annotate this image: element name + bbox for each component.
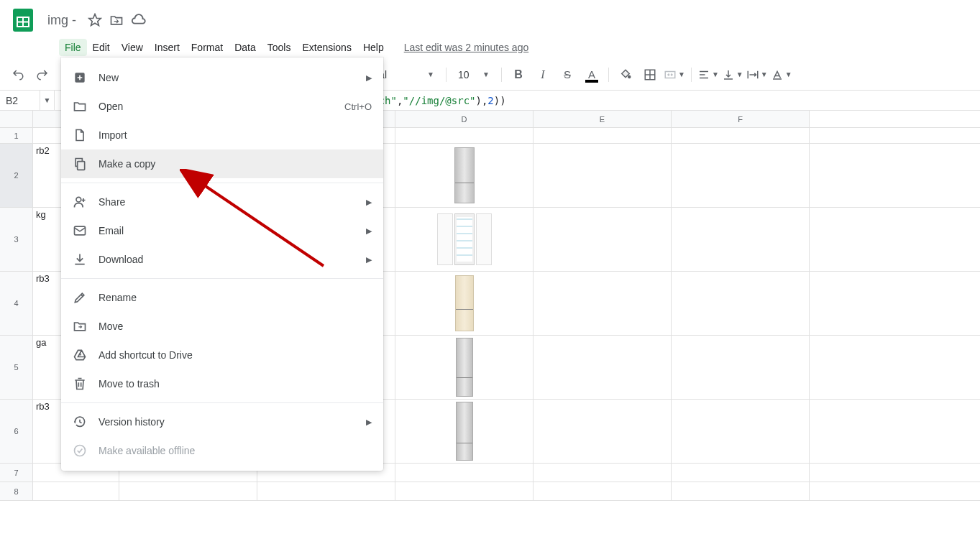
fill-color-button[interactable]: [615, 64, 636, 86]
text-color-button[interactable]: A: [581, 64, 603, 86]
cell-e5[interactable]: [533, 336, 672, 399]
bold-button[interactable]: B: [508, 64, 529, 86]
menu-rename[interactable]: Rename: [61, 283, 383, 312]
col-header-d[interactable]: D: [395, 111, 533, 127]
cell-d4[interactable]: [395, 272, 533, 335]
cell-e3[interactable]: [533, 208, 672, 271]
chevron-down-icon: ▼: [482, 70, 490, 78]
undo-button[interactable]: [7, 64, 29, 86]
cell-d8[interactable]: [395, 482, 533, 500]
menu-format[interactable]: Format: [186, 39, 229, 56]
cell-f6[interactable]: [672, 400, 810, 463]
menu-trash[interactable]: Move to trash: [61, 369, 383, 398]
menu-version-history[interactable]: Version history ▶: [61, 407, 383, 436]
cell-a8[interactable]: [33, 482, 119, 500]
menu-divider: [61, 278, 383, 279]
menu-email[interactable]: Email ▶: [61, 216, 383, 245]
menu-move[interactable]: Move: [61, 312, 383, 341]
row-header-3[interactable]: 3: [0, 208, 33, 271]
cell-f4[interactable]: [672, 272, 810, 335]
submenu-arrow-icon: ▶: [366, 255, 372, 264]
menu-divider: [61, 402, 383, 403]
menu-download[interactable]: Download ▶: [61, 245, 383, 274]
menu-new[interactable]: New ▶: [61, 63, 383, 92]
menu-make-copy[interactable]: Make a copy: [61, 149, 383, 178]
borders-button[interactable]: [639, 64, 661, 86]
folder-move-icon: [73, 319, 87, 333]
cell-e4[interactable]: [533, 272, 672, 335]
file-icon: [73, 128, 87, 142]
row-header-6[interactable]: 6: [0, 400, 33, 463]
cell-f1[interactable]: [672, 128, 810, 143]
col-header-e[interactable]: E: [533, 111, 672, 127]
row-header-4[interactable]: 4: [0, 272, 33, 335]
menu-insert[interactable]: Insert: [149, 39, 186, 56]
text-wrap-button[interactable]: ▼: [746, 68, 768, 81]
cell-f3[interactable]: [672, 208, 810, 271]
menu-view[interactable]: View: [116, 39, 149, 56]
menu-import[interactable]: Import: [61, 121, 383, 149]
row-header-5[interactable]: 5: [0, 336, 33, 399]
redo-button[interactable]: [32, 64, 53, 86]
row-header-7[interactable]: 7: [0, 464, 33, 482]
col-header-f[interactable]: F: [672, 111, 810, 127]
move-icon[interactable]: [109, 13, 124, 27]
cell-d7[interactable]: [395, 464, 533, 482]
cell-f2[interactable]: [672, 144, 810, 207]
cell-e7[interactable]: [533, 464, 672, 482]
font-size: 10: [458, 69, 470, 80]
menu-help[interactable]: Help: [357, 39, 390, 56]
text-rotation-button[interactable]: ▼: [771, 68, 792, 81]
merge-cells-button[interactable]: ▼: [664, 68, 685, 81]
menu-share[interactable]: Share ▶: [61, 188, 383, 216]
svg-marker-4: [89, 14, 101, 26]
folder-icon: [73, 99, 87, 114]
vertical-align-button[interactable]: ▼: [722, 68, 743, 81]
cell-d2[interactable]: [395, 144, 533, 207]
star-icon[interactable]: [88, 13, 102, 27]
cell-f8[interactable]: [672, 482, 810, 500]
row-8: 8: [0, 482, 980, 501]
menu-data[interactable]: Data: [229, 39, 262, 56]
cell-b8[interactable]: [119, 482, 257, 500]
cell-e6[interactable]: [533, 400, 672, 463]
chevron-down-icon: ▼: [427, 70, 434, 78]
cell-d1[interactable]: [395, 128, 533, 143]
submenu-arrow-icon: ▶: [366, 198, 372, 207]
menu-offline: Make available offline: [61, 436, 383, 465]
file-menu-dropdown: New ▶ Open Ctrl+O Import Make a copy Sha…: [61, 57, 383, 471]
cell-e2[interactable]: [533, 144, 672, 207]
menu-tools[interactable]: Tools: [262, 39, 297, 56]
copy-icon: [73, 157, 87, 171]
menu-file[interactable]: File: [59, 39, 87, 56]
italic-button[interactable]: I: [532, 64, 554, 86]
horizontal-align-button[interactable]: ▼: [697, 68, 719, 81]
download-icon: [73, 252, 87, 267]
menu-divider: [61, 183, 383, 183]
name-box[interactable]: B2: [0, 91, 40, 110]
cell-f7[interactable]: [672, 464, 810, 482]
row-header-1[interactable]: 1: [0, 128, 33, 143]
last-edit-link[interactable]: Last edit was 2 minutes ago: [404, 42, 529, 53]
menu-add-shortcut[interactable]: Add shortcut to Drive: [61, 341, 383, 369]
cell-d5[interactable]: [395, 336, 533, 399]
name-box-dropdown[interactable]: ▼: [40, 91, 55, 110]
menu-edit[interactable]: Edit: [87, 39, 116, 56]
menu-extensions[interactable]: Extensions: [296, 39, 357, 56]
cell-e8[interactable]: [533, 482, 672, 500]
cloud-status-icon[interactable]: [131, 13, 147, 27]
sheets-logo[interactable]: [9, 6, 37, 34]
menu-open[interactable]: Open Ctrl+O: [61, 92, 383, 121]
cell-d3[interactable]: [395, 208, 533, 271]
row-header-2[interactable]: 2: [0, 144, 33, 207]
cell-d6[interactable]: [395, 400, 533, 463]
doc-title[interactable]: img -: [43, 11, 81, 29]
font-size-selector[interactable]: 10▼: [452, 69, 495, 80]
cell-f5[interactable]: [672, 336, 810, 399]
strikethrough-button[interactable]: S: [557, 64, 578, 86]
row-header-8[interactable]: 8: [0, 482, 33, 500]
cell-e1[interactable]: [533, 128, 672, 143]
select-all-corner[interactable]: [0, 111, 33, 127]
trash-icon: [73, 377, 87, 391]
cell-c8[interactable]: [257, 482, 395, 500]
